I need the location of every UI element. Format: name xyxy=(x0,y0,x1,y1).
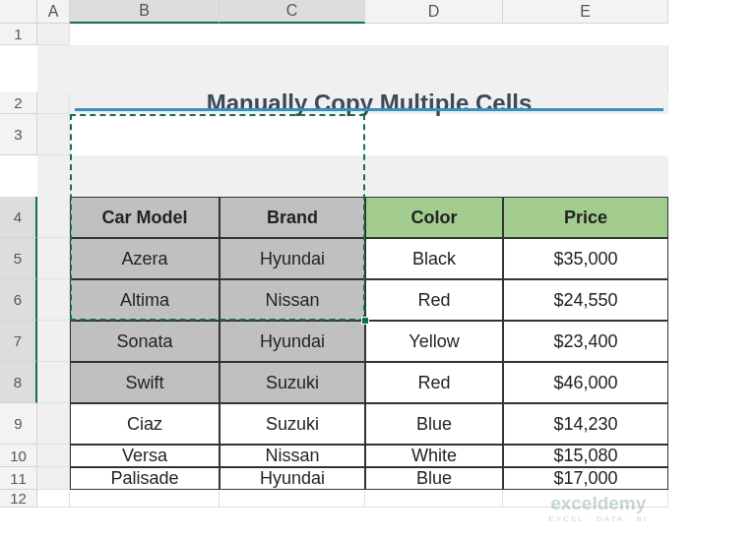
row-header-7[interactable]: 7 xyxy=(0,321,37,362)
cell-a5[interactable] xyxy=(37,238,70,279)
cell-b7[interactable]: Sonata xyxy=(70,321,220,362)
cell-c12[interactable] xyxy=(220,490,365,508)
row-header-5[interactable]: 5 xyxy=(0,238,37,279)
cell-d5[interactable]: Black xyxy=(365,238,503,279)
cell-a4[interactable] xyxy=(37,197,70,238)
cell-e9[interactable]: $14,230 xyxy=(503,403,668,445)
row-header-2[interactable]: 2 xyxy=(0,92,37,114)
cell-d10[interactable]: White xyxy=(365,445,503,467)
header-price[interactable]: Price xyxy=(503,197,668,238)
spreadsheet-grid: A B C D E 1 2 Manually Copy Multiple Cel… xyxy=(0,0,756,508)
cell-a8[interactable] xyxy=(37,362,70,403)
select-all-corner[interactable] xyxy=(0,0,37,24)
cell-a12[interactable] xyxy=(37,490,70,508)
cell-c8[interactable]: Suzuki xyxy=(220,362,365,403)
row-header-6[interactable]: 6 xyxy=(0,279,37,321)
cell-row1-blank[interactable] xyxy=(37,45,668,92)
cell-a2[interactable] xyxy=(37,92,70,114)
col-header-d[interactable]: D xyxy=(365,0,503,24)
cell-c6[interactable]: Nissan xyxy=(220,279,365,321)
cell-row3-blank[interactable] xyxy=(37,155,668,197)
title-underline xyxy=(75,108,663,111)
fill-handle[interactable] xyxy=(361,317,369,325)
cell-a11[interactable] xyxy=(37,467,70,490)
cell-a10[interactable] xyxy=(37,445,70,467)
row-header-9[interactable]: 9 xyxy=(0,403,37,445)
cell-c11[interactable]: Hyundai xyxy=(220,467,365,490)
col-header-a[interactable]: A xyxy=(37,0,70,24)
cell-c5[interactable]: Hyundai xyxy=(220,238,365,279)
row-header-4[interactable]: 4 xyxy=(0,197,37,238)
cell-c7[interactable]: Hyundai xyxy=(220,321,365,362)
watermark: exceldemy EXCEL · DATA · BI xyxy=(548,493,648,523)
cell-a9[interactable] xyxy=(37,403,70,445)
row-header-10[interactable]: 10 xyxy=(0,445,37,467)
cell-e11[interactable]: $17,000 xyxy=(503,467,668,490)
cell-a6[interactable] xyxy=(37,279,70,321)
cell-d7[interactable]: Yellow xyxy=(365,321,503,362)
cell-e7[interactable]: $23,400 xyxy=(503,321,668,362)
cell-b6[interactable]: Altima xyxy=(70,279,220,321)
cell-d12[interactable] xyxy=(365,490,503,508)
cell-b12[interactable] xyxy=(70,490,220,508)
cell-a7[interactable] xyxy=(37,321,70,362)
cell-e6[interactable]: $24,550 xyxy=(503,279,668,321)
cell-d6[interactable]: Red xyxy=(365,279,503,321)
col-header-e[interactable]: E xyxy=(503,0,668,24)
watermark-tagline: EXCEL · DATA · BI xyxy=(548,514,648,523)
title-text: Manually Copy Multiple Cells xyxy=(207,90,533,117)
cell-b8[interactable]: Swift xyxy=(70,362,220,403)
cell-c9[interactable]: Suzuki xyxy=(220,403,365,445)
cell-a1[interactable] xyxy=(37,24,70,45)
cell-b5[interactable]: Azera xyxy=(70,238,220,279)
cell-a3[interactable] xyxy=(37,114,70,155)
header-brand[interactable]: Brand xyxy=(220,197,365,238)
cell-e10[interactable]: $15,080 xyxy=(503,445,668,467)
cell-d8[interactable]: Red xyxy=(365,362,503,403)
cell-b9[interactable]: Ciaz xyxy=(70,403,220,445)
cell-e8[interactable]: $46,000 xyxy=(503,362,668,403)
cell-c10[interactable]: Nissan xyxy=(220,445,365,467)
row-header-1[interactable]: 1 xyxy=(0,24,37,45)
header-car-model[interactable]: Car Model xyxy=(70,197,220,238)
cell-b11[interactable]: Palisade xyxy=(70,467,220,490)
col-header-b[interactable]: B xyxy=(70,0,220,24)
title-cell[interactable]: Manually Copy Multiple Cells xyxy=(70,92,668,114)
watermark-brand: exceldemy xyxy=(548,493,648,514)
cell-e5[interactable]: $35,000 xyxy=(503,238,668,279)
row-header-12[interactable]: 12 xyxy=(0,490,37,508)
col-header-c[interactable]: C xyxy=(220,0,365,24)
cell-d11[interactable]: Blue xyxy=(365,467,503,490)
row-header-8[interactable]: 8 xyxy=(0,362,37,403)
row-header-11[interactable]: 11 xyxy=(0,467,37,490)
row-header-3[interactable]: 3 xyxy=(0,114,37,155)
cell-d9[interactable]: Blue xyxy=(365,403,503,445)
cell-b10[interactable]: Versa xyxy=(70,445,220,467)
header-color[interactable]: Color xyxy=(365,197,503,238)
